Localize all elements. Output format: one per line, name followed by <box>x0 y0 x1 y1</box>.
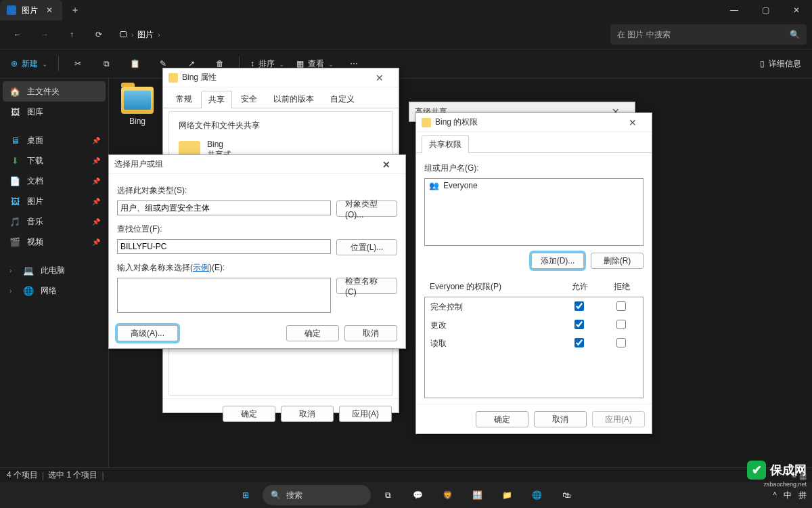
chevron-down-icon: ⌄ <box>279 60 284 68</box>
up-button[interactable]: ↑ <box>60 24 84 45</box>
ok-button[interactable]: 确定 <box>476 411 528 427</box>
sidebar-item-network[interactable]: ›🌐网络 <box>3 280 106 301</box>
allow-read-checkbox[interactable] <box>574 338 584 347</box>
object-types-button[interactable]: 对象类型(O)... <box>336 200 397 217</box>
pictures-icon <box>7 5 16 15</box>
maximize-button[interactable]: ▢ <box>750 0 781 20</box>
back-button[interactable]: ← <box>5 24 30 45</box>
watermark-logo-icon: ✔ <box>747 461 766 480</box>
active-tab[interactable]: 图片 ✕ <box>0 0 62 20</box>
apply-button[interactable]: 应用(A) <box>339 406 392 422</box>
rename-icon: ✎ <box>160 59 166 68</box>
remove-button[interactable]: 删除(R) <box>591 253 644 269</box>
trash-icon: 🗑 <box>216 59 224 68</box>
start-button[interactable]: ⊞ <box>233 485 258 505</box>
pin-icon: 📌 <box>92 218 100 226</box>
taskbar-edge[interactable]: 🌐 <box>524 485 549 505</box>
sidebar-item-gallery[interactable]: 🖼图库 <box>3 102 106 122</box>
cancel-button[interactable]: 取消 <box>281 406 334 422</box>
cut-button[interactable]: ✂ <box>66 53 90 75</box>
close-tab-icon[interactable]: ✕ <box>43 5 55 15</box>
cancel-button[interactable]: 取消 <box>534 411 587 427</box>
perm-row-full-control: 完全控制 <box>426 299 641 316</box>
copy-button[interactable]: ⧉ <box>94 53 118 75</box>
taskbar-store[interactable]: 🛍 <box>554 485 579 505</box>
apply-button[interactable]: 应用(A) <box>592 411 645 427</box>
close-window-button[interactable]: ✕ <box>781 0 812 20</box>
tab-general[interactable]: 常规 <box>168 90 200 108</box>
tab-security[interactable]: 安全 <box>233 90 265 108</box>
sidebar-item-videos[interactable]: 🎬视频📌 <box>3 232 106 252</box>
deny-full-control-checkbox[interactable] <box>616 301 626 311</box>
sidebar-item-label: 文档 <box>27 175 43 187</box>
chevron-down-icon: ⌄ <box>42 60 47 68</box>
pin-icon: 📌 <box>92 137 100 144</box>
tab-previous[interactable]: 以前的版本 <box>266 90 321 108</box>
ok-button[interactable]: 确定 <box>223 406 275 422</box>
location-field[interactable] <box>117 239 331 254</box>
object-type-field[interactable] <box>117 200 331 215</box>
deny-read-checkbox[interactable] <box>616 338 626 347</box>
sidebar-item-this-pc[interactable]: ›💻此电脑 <box>3 260 106 280</box>
taskbar-search[interactable]: 🔍搜索 <box>263 485 371 505</box>
input-indicator[interactable]: 拼 <box>798 490 807 501</box>
system-tray[interactable]: ^ 中 拼 <box>773 490 807 501</box>
refresh-button[interactable]: ⟳ <box>87 24 111 45</box>
sidebar-item-downloads[interactable]: ⬇下载📌 <box>3 150 106 171</box>
breadcrumb[interactable]: 🖵 › 图片 › <box>114 29 166 41</box>
users-listbox[interactable]: 👥 Everyone <box>424 178 644 246</box>
object-names-input[interactable] <box>117 278 331 313</box>
allow-full-control-checkbox[interactable] <box>574 301 584 311</box>
advanced-button[interactable]: 高级(A)... <box>117 325 178 341</box>
dialog-titlebar[interactable]: Bing 属性 ✕ <box>163 68 399 87</box>
sidebar-item-pictures[interactable]: 🖼图片📌 <box>3 191 106 211</box>
list-item-everyone[interactable]: 👥 Everyone <box>425 179 643 192</box>
chevron-up-icon[interactable]: ^ <box>773 490 777 500</box>
check-names-button[interactable]: 检查名称(C) <box>336 278 397 294</box>
language-indicator[interactable]: 中 <box>784 490 792 501</box>
paste-button[interactable]: 📋 <box>122 53 147 75</box>
close-icon[interactable]: ✕ <box>366 72 393 83</box>
taskbar-app[interactable]: 💬 <box>405 485 430 505</box>
add-button[interactable]: 添加(D)... <box>531 253 584 269</box>
tab-custom[interactable]: 自定义 <box>323 90 362 108</box>
tab-title: 图片 <box>22 5 38 16</box>
breadcrumb-item[interactable]: 图片 <box>137 29 154 41</box>
permissions-table: Everyone 的权限(P) 允许 拒绝 <box>424 277 644 297</box>
search-input[interactable]: 在 图片 中搜索 🔍 <box>610 24 807 45</box>
new-tab-button[interactable]: ＋ <box>62 4 88 16</box>
deny-change-checkbox[interactable] <box>616 320 626 329</box>
dialog-titlebar[interactable]: Bing 的权限 ✕ <box>416 113 652 132</box>
close-icon[interactable]: ✕ <box>373 159 400 170</box>
ok-button[interactable]: 确定 <box>286 325 339 341</box>
sidebar-item-music[interactable]: 🎵音乐📌 <box>3 211 106 232</box>
chevron-right-icon: › <box>9 267 16 274</box>
cancel-button[interactable]: 取消 <box>344 325 397 341</box>
permissions-dialog: Bing 的权限 ✕ 共享权限 组或用户名(G): 👥 Everyone 添加(… <box>415 112 652 434</box>
search-placeholder: 在 图片 中搜索 <box>617 29 671 41</box>
new-button[interactable]: ⊕新建⌄ <box>7 53 51 75</box>
sidebar-item-desktop[interactable]: 🖥桌面📌 <box>3 130 106 150</box>
allow-change-checkbox[interactable] <box>574 320 584 329</box>
details-pane-button[interactable]: ▯详细信息 <box>756 53 805 75</box>
sidebar-item-home[interactable]: 🏠主文件夹 <box>3 81 106 102</box>
forward-button[interactable]: → <box>32 24 57 45</box>
task-view-button[interactable]: ⧉ <box>375 485 401 505</box>
tab-share-permissions[interactable]: 共享权限 <box>422 135 469 153</box>
locations-button[interactable]: 位置(L)... <box>336 239 397 255</box>
sidebar-item-label: 图库 <box>27 106 43 118</box>
names-label: 输入对象名称来选择(示例)(E): <box>117 262 397 274</box>
close-icon[interactable]: ✕ <box>619 117 646 128</box>
folder-item-bing[interactable]: Bing <box>117 87 158 126</box>
tab-share[interactable]: 共享 <box>201 91 232 108</box>
taskbar-explorer[interactable]: 📁 <box>494 485 520 505</box>
sidebar-item-documents[interactable]: 📄文档📌 <box>3 171 106 191</box>
toolbar: ⊕新建⌄ ✂ ⧉ 📋 ✎ ↗ 🗑 ↕排序⌄ ▦查看⌄ ⋯ ▯详细信息 <box>0 49 812 79</box>
example-link[interactable]: 示例 <box>193 263 209 272</box>
taskbar-app[interactable]: 🦁 <box>434 485 460 505</box>
dialog-titlebar[interactable]: 选择用户或组 ✕ <box>109 155 405 174</box>
minimize-button[interactable]: — <box>719 0 750 20</box>
allow-header: 允许 <box>560 278 600 295</box>
taskbar: ⊞ 🔍搜索 ⧉ 💬 🦁 🪟 📁 🌐 🛍 ^ 中 拼 <box>0 482 812 508</box>
taskbar-app[interactable]: 🪟 <box>464 485 490 505</box>
